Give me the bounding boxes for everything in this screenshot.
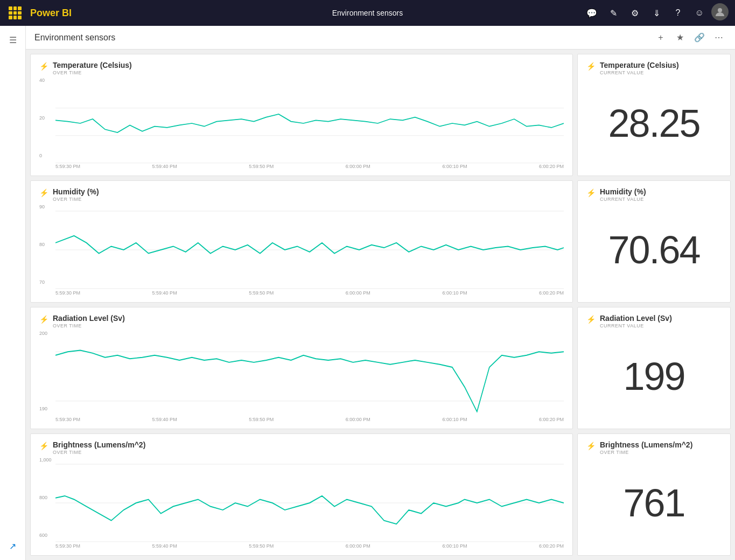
card-header: ⚡ Radiation Level (Sv) OVER TIME	[39, 314, 564, 328]
header-bar: Environment sensors + ★ 🔗 ⋯	[26, 26, 735, 50]
temperature-over-time-card: ⚡ Temperature (Celsius) OVER TIME 40 20 …	[30, 54, 573, 176]
topbar-icons: 💬 ✎ ⚙ ⇓ ? ☺	[582, 3, 729, 23]
card-subtitle: CURRENT VALUE	[600, 70, 679, 75]
topbar-title: Environment sensors	[332, 9, 403, 17]
radiation-chart-area: 200 190 5:59:30 PM 5:59:40 PM 5:59:50 PM…	[39, 331, 564, 422]
radiation-value: 199	[586, 331, 722, 422]
card-title: Brightness (Lumens/m^2)	[53, 440, 145, 449]
card-header: ⚡ Temperature (Celsius) OVER TIME	[39, 61, 564, 75]
smiley-icon[interactable]: ☺	[690, 3, 709, 23]
bolt-icon: ⚡	[586, 315, 596, 324]
bolt-icon: ⚡	[39, 62, 48, 71]
comment-icon[interactable]: 💬	[582, 3, 601, 23]
bolt-icon: ⚡	[39, 188, 48, 197]
app-logo: Power BI	[30, 8, 72, 19]
download-icon[interactable]: ⇓	[647, 3, 666, 23]
waffle-menu[interactable]	[6, 4, 24, 22]
card-title: Radiation Level (Sv)	[600, 314, 672, 323]
brightness-over-time-card: ⚡ Brightness (Lumens/m^2) OVER TIME 1,00…	[30, 433, 573, 556]
svg-point-0	[718, 8, 722, 12]
more-options-icon[interactable]: ⋯	[711, 30, 726, 45]
humidity-chart	[39, 204, 564, 296]
card-subtitle: OVER TIME	[53, 70, 132, 75]
sidebar: ☰ ↗	[0, 26, 26, 560]
card-header: ⚡ Brightness (Lumens/m^2) OVER TIME	[39, 440, 564, 455]
card-header: ⚡ Humidity (%) OVER TIME	[39, 187, 564, 202]
card-title: Temperature (Celsius)	[53, 61, 132, 69]
bolt-icon: ⚡	[586, 442, 596, 450]
brightness-value: 761	[586, 457, 722, 549]
card-header: ⚡ Temperature (Celsius) CURRENT VALUE	[586, 61, 722, 75]
add-icon[interactable]: +	[653, 30, 668, 45]
page-title: Environment sensors	[34, 33, 115, 43]
card-header: ⚡ Brightness (Lumens/m^2) OVER TIME	[586, 440, 722, 455]
brightness-chart-area: 1,000 800 600 5:59:30 PM 5:59:40 PM 5:59…	[39, 457, 564, 549]
card-title: Humidity (%)	[53, 187, 99, 196]
bolt-icon: ⚡	[39, 315, 48, 324]
card-subtitle: CURRENT VALUE	[600, 197, 646, 202]
card-header: ⚡ Humidity (%) CURRENT VALUE	[586, 187, 722, 202]
brightness-chart	[39, 457, 564, 549]
card-title: Temperature (Celsius)	[600, 61, 679, 69]
share-icon[interactable]: 🔗	[692, 30, 707, 45]
sidebar-menu-icon[interactable]: ☰	[3, 30, 23, 50]
humidity-chart-area: 90 80 70 5:59:30 PM 5:59:40 PM 5:59:50 P…	[39, 204, 564, 296]
header-actions: + ★ 🔗 ⋯	[653, 30, 726, 45]
help-icon[interactable]: ?	[668, 3, 688, 23]
bolt-icon: ⚡	[586, 188, 596, 197]
temperature-value: 28.25	[586, 78, 722, 169]
bolt-icon: ⚡	[39, 442, 48, 450]
main-layout: ☰ ↗ Environment sensors + ★ 🔗 ⋯ ⚡ Temp	[0, 26, 735, 560]
humidity-value: 70.64	[586, 204, 722, 296]
gear-icon[interactable]: ⚙	[625, 3, 645, 23]
app-logo-text: Power BI	[30, 8, 72, 18]
humidity-current-card: ⚡ Humidity (%) CURRENT VALUE 70.64	[577, 180, 731, 303]
sidebar-expand-icon[interactable]: ↗	[3, 536, 23, 556]
bolt-icon: ⚡	[586, 62, 596, 71]
card-header: ⚡ Radiation Level (Sv) CURRENT VALUE	[586, 314, 722, 328]
temperature-chart	[39, 78, 564, 169]
card-title: Radiation Level (Sv)	[53, 314, 125, 323]
humidity-over-time-card: ⚡ Humidity (%) OVER TIME 90 80 70	[30, 180, 573, 303]
card-title: Humidity (%)	[600, 187, 646, 196]
pencil-icon[interactable]: ✎	[604, 3, 623, 23]
card-subtitle: OVER TIME	[53, 450, 145, 455]
card-title: Brightness (Lumens/m^2)	[600, 440, 692, 449]
radiation-over-time-card: ⚡ Radiation Level (Sv) OVER TIME 200 190	[30, 307, 573, 429]
dashboard: ⚡ Temperature (Celsius) OVER TIME 40 20 …	[26, 50, 735, 560]
card-subtitle: OVER TIME	[600, 450, 692, 455]
star-icon[interactable]: ★	[673, 30, 688, 45]
topbar: Power BI Environment sensors 💬 ✎ ⚙ ⇓ ? ☺	[0, 0, 735, 26]
temperature-current-card: ⚡ Temperature (Celsius) CURRENT VALUE 28…	[577, 54, 731, 176]
user-avatar[interactable]	[711, 3, 729, 20]
content-area: Environment sensors + ★ 🔗 ⋯ ⚡ Temperatur…	[26, 26, 735, 560]
card-subtitle: CURRENT VALUE	[600, 323, 672, 328]
radiation-chart	[39, 331, 564, 422]
card-subtitle: OVER TIME	[53, 323, 125, 328]
brightness-current-card: ⚡ Brightness (Lumens/m^2) OVER TIME 761	[577, 433, 731, 556]
radiation-current-card: ⚡ Radiation Level (Sv) CURRENT VALUE 199	[577, 307, 731, 429]
card-subtitle: OVER TIME	[53, 197, 99, 202]
temperature-chart-area: 40 20 0 5:59:30 PM 5:59:40 PM 5:59:50 PM	[39, 78, 564, 169]
